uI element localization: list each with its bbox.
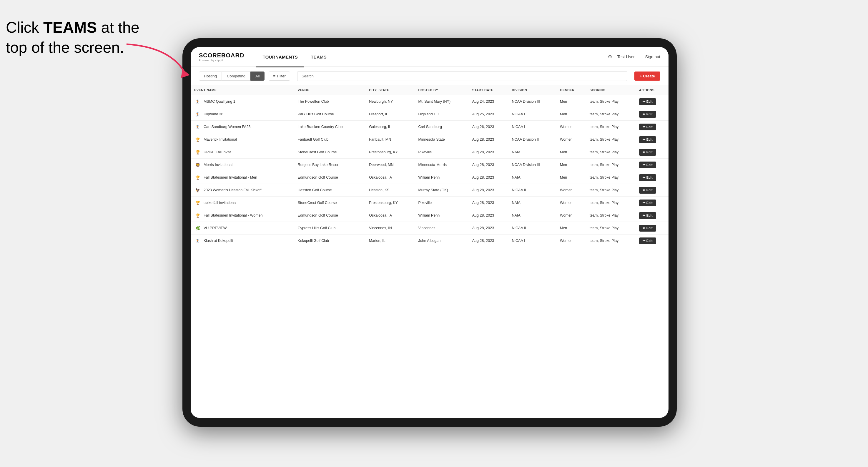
edit-button[interactable]: ✏ Edit [639,174,656,181]
col-event-name: EVENT NAME [191,85,294,95]
all-button[interactable]: All [250,71,265,81]
create-button[interactable]: + Create [634,71,660,81]
table-row: 🏆 upike fall invitational StoneCrest Gol… [191,196,669,209]
edit-button[interactable]: ✏ Edit [639,98,656,105]
search-input[interactable] [297,71,627,81]
event-name-text: 2023 Women's Hesston Fall Kickoff [204,188,261,192]
edit-button[interactable]: ✏ Edit [639,124,656,130]
team-logo-icon: 🏆 [194,212,201,219]
cell-start-date: Aug 28, 2023 [469,209,508,222]
hosting-button[interactable]: Hosting [199,71,222,81]
cell-hosted-by: Pikeville [414,196,468,209]
edit-icon: ✏ [643,188,645,192]
cell-actions: ✏ Edit [636,133,669,146]
cell-scoring: team, Stroke Play [586,146,636,159]
cell-hosted-by: Minnesota-Morris [414,159,468,171]
separator: | [640,55,641,59]
filter-icon: ≡ [273,74,275,78]
table-row: 🦁 Morris Invitational Rutger's Bay Lake … [191,159,669,171]
cell-hosted-by: John A Logan [414,235,468,247]
edit-icon: ✏ [643,113,645,116]
table-row: 🌿 VU PREVIEW Cypress Hills Golf Club Vin… [191,222,669,235]
table-row: 🏌 Highland 36 Park Hills Golf Course Fre… [191,108,669,121]
cell-hosted-by: Murray State (OK) [414,184,468,196]
cell-city-state: Oskaloosa, IA [366,171,414,184]
edit-button[interactable]: ✏ Edit [639,161,656,168]
edit-button[interactable]: ✏ Edit [639,111,656,118]
edit-button[interactable]: ✏ Edit [639,136,656,143]
edit-icon: ✏ [643,100,645,103]
competing-button[interactable]: Competing [222,71,250,81]
cell-scoring: team, Stroke Play [586,159,636,171]
cell-city-state: Marion, IL [366,235,414,247]
col-gender: GENDER [556,85,586,95]
event-name-text: upike fall invitational [204,201,237,205]
cell-city-state: Deerwood, MN [366,159,414,171]
cell-city-state: Newburgh, NY [366,95,414,108]
table-row: 🦅 2023 Women's Hesston Fall Kickoff Hess… [191,184,669,196]
event-name-text: VU PREVIEW [204,226,227,230]
cell-hosted-by: William Penn [414,209,468,222]
cell-gender: Women [556,184,586,196]
top-nav: SCOREBOARD Powered by clippit TOURNAMENT… [191,47,669,67]
tablet-frame: SCOREBOARD Powered by clippit TOURNAMENT… [182,38,677,427]
cell-actions: ✏ Edit [636,121,669,133]
cell-division: NCAA Division III [508,159,556,171]
event-name-text: Fall Statesmen Invitational - Men [204,176,257,180]
cell-event-name: 🏆 Maverick Invitational [191,133,294,146]
cell-venue: StoneCrest Golf Course [294,196,366,209]
table-header-row: EVENT NAME VENUE CITY, STATE HOSTED BY S… [191,85,669,95]
cell-hosted-by: Vincennes [414,222,468,235]
table-row: 🏌 MSMC Qualifying 1 The Powelton Club Ne… [191,95,669,108]
cell-start-date: Aug 28, 2023 [469,146,508,159]
cell-city-state: Freeport, IL [366,108,414,121]
cell-scoring: team, Stroke Play [586,196,636,209]
user-name: Test User [617,55,635,59]
cell-actions: ✏ Edit [636,184,669,196]
cell-start-date: Aug 28, 2023 [469,159,508,171]
event-name-text: Maverick Invitational [204,137,237,142]
cell-division: NAIA [508,209,556,222]
edit-icon: ✏ [643,163,645,167]
filter-button[interactable]: ≡ Filter [269,71,290,81]
team-logo-icon: 🏆 [194,199,201,206]
cell-gender: Women [556,235,586,247]
cell-scoring: team, Stroke Play [586,209,636,222]
cell-start-date: Aug 28, 2023 [469,133,508,146]
team-logo-icon: 🏆 [194,174,201,181]
col-division: DIVISION [508,85,556,95]
cell-venue: Park Hills Golf Course [294,108,366,121]
sign-out-link[interactable]: Sign out [645,55,660,59]
team-logo-icon: 🦅 [194,187,201,194]
team-logo-icon: 🏆 [194,136,201,143]
cell-division: NICAA I [508,108,556,121]
cell-gender: Men [556,222,586,235]
tab-teams[interactable]: TEAMS [304,48,333,67]
table-row: 🏆 Fall Statesmen Invitational - Men Edmu… [191,171,669,184]
edit-button[interactable]: ✏ Edit [639,225,656,231]
col-actions: ACTIONS [636,85,669,95]
edit-button[interactable]: ✏ Edit [639,212,656,219]
cell-start-date: Aug 24, 2023 [469,95,508,108]
team-logo-icon: 🏌 [194,111,201,118]
cell-venue: Faribault Golf Club [294,133,366,146]
team-logo-icon: 🏌 [194,237,201,244]
edit-button[interactable]: ✏ Edit [639,238,656,244]
cell-hosted-by: Highland CC [414,108,468,121]
cell-gender: Men [556,108,586,121]
team-logo-icon: 🌿 [194,224,201,231]
instruction-text: Click TEAMS at thetop of the screen. [6,18,140,57]
cell-division: NICAA I [508,121,556,133]
edit-icon: ✏ [643,138,645,142]
edit-button[interactable]: ✏ Edit [639,199,656,206]
edit-button[interactable]: ✏ Edit [639,149,656,156]
cell-event-name: 🌿 VU PREVIEW [191,222,294,235]
cell-venue: Rutger's Bay Lake Resort [294,159,366,171]
tab-tournaments[interactable]: TOURNAMENTS [256,48,304,67]
edit-button[interactable]: ✏ Edit [639,187,656,194]
cell-division: NCAA Division II [508,133,556,146]
gear-icon[interactable]: ⚙ [606,53,614,61]
table-container: EVENT NAME VENUE CITY, STATE HOSTED BY S… [191,85,669,418]
event-name-text: Fall Statesmen Invitational - Women [204,213,263,217]
cell-event-name: 🏆 UPIKE Fall Invite [191,146,294,159]
